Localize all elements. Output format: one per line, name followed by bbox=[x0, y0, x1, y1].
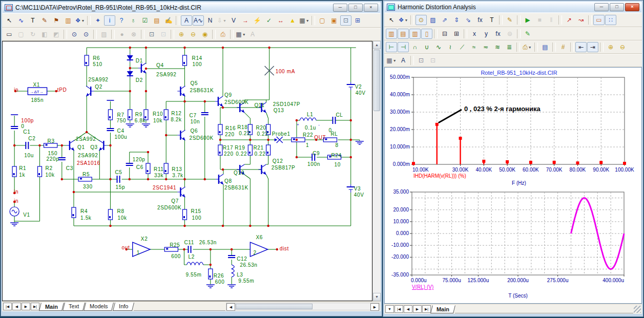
rotate-icon[interactable]: ↻ bbox=[27, 29, 38, 39]
tab-next-icon[interactable]: ▶ bbox=[413, 305, 422, 313]
shapes-icon[interactable]: ❖▼ bbox=[398, 15, 409, 25]
maximize-button[interactable]: □ bbox=[348, 4, 363, 12]
cursor-mode-icon[interactable]: ↗ bbox=[564, 15, 575, 25]
show-conditions-icon[interactable]: ✓ bbox=[263, 15, 275, 26]
cursor-left-icon[interactable]: ⇤ bbox=[575, 42, 587, 52]
schematic-vertical-scrollbar[interactable]: ▲ ▼ bbox=[372, 41, 381, 301]
select-mode-icon[interactable]: ↖ bbox=[4, 15, 15, 26]
x-range-icon[interactable]: x bbox=[469, 29, 480, 39]
show-node-numbers-icon[interactable]: N bbox=[204, 15, 216, 26]
graphics-mode-icon[interactable]: ✎ bbox=[39, 15, 50, 26]
inflection-icon[interactable]: ≈ bbox=[468, 42, 480, 52]
show-sub-icon[interactable]: ⇩▼ bbox=[216, 15, 227, 26]
cursor-right-icon[interactable]: ⇥ bbox=[587, 42, 598, 52]
font-icon[interactable]: A bbox=[247, 29, 258, 39]
zoom-out-icon[interactable]: ⊖ bbox=[617, 42, 628, 52]
plot-stripes-icon[interactable]: ▥ bbox=[386, 29, 397, 39]
clipboard-icon[interactable]: ⎙▼ bbox=[522, 42, 533, 52]
stop-icon[interactable]: ■ bbox=[534, 15, 545, 25]
replace-icon[interactable]: ▨ bbox=[98, 29, 110, 39]
search-icon[interactable]: ⊜ bbox=[504, 29, 515, 39]
show-attribute-text-icon[interactable]: A bbox=[181, 15, 192, 26]
tab-prev-icon[interactable]: ◀ bbox=[12, 303, 21, 310]
run-icon[interactable]: ▶ bbox=[522, 15, 533, 25]
undo-icon[interactable]: ● bbox=[116, 29, 128, 39]
sheet-tab-text[interactable]: Text bbox=[63, 303, 85, 311]
flag-mode-icon[interactable]: ⚑ bbox=[51, 15, 62, 26]
properties-icon[interactable]: ⊞ bbox=[352, 15, 363, 26]
slope-icon[interactable]: ⟋ bbox=[456, 42, 468, 52]
shape-icon[interactable]: ▢ bbox=[15, 29, 27, 39]
zoom-in-icon[interactable]: ⊕ bbox=[176, 29, 187, 39]
browse-icon[interactable]: ♁ bbox=[128, 15, 139, 26]
cursor-branch-icon[interactable]: ↝ bbox=[575, 15, 587, 25]
scroll-left-icon[interactable]: ◀ bbox=[226, 303, 235, 311]
block-select-icon[interactable]: ⊡ bbox=[340, 15, 351, 26]
info-mode-icon[interactable]: i bbox=[104, 15, 115, 26]
to-front-icon[interactable]: ⊡ bbox=[416, 55, 427, 66]
vertical-scroll-thumb[interactable] bbox=[373, 50, 380, 111]
zoom-out-icon[interactable]: ⊖ bbox=[188, 29, 199, 39]
check-icon[interactable]: ☑ bbox=[139, 15, 151, 26]
zoom-100-icon[interactable]: ◉ bbox=[199, 29, 211, 39]
flip-v-icon[interactable]: ◩ bbox=[51, 29, 62, 39]
maximize-button[interactable]: □ bbox=[610, 3, 624, 11]
to-back-icon[interactable]: ⊡ bbox=[158, 29, 169, 39]
zoom-in-icon[interactable]: ⊕ bbox=[605, 42, 616, 52]
properties-icon[interactable]: ✎ bbox=[504, 15, 515, 25]
formula-icon[interactable]: fx bbox=[474, 15, 486, 25]
resize-grip[interactable] bbox=[634, 306, 641, 313]
new-sheet-icon[interactable]: ▢ bbox=[317, 15, 328, 26]
attribute-icon[interactable]: ✦ bbox=[92, 15, 103, 26]
scroll-right-icon[interactable]: ▶ bbox=[370, 303, 379, 311]
data-points-icon[interactable]: ∷ bbox=[605, 15, 616, 25]
cursor-prev-icon[interactable]: ⊣ bbox=[398, 42, 409, 52]
sheet-info-icon[interactable]: ▣ bbox=[328, 15, 340, 26]
bus-icon[interactable]: ▥ bbox=[63, 15, 74, 26]
cursor-next-icon[interactable]: ⊢ bbox=[386, 42, 397, 52]
select-area-icon[interactable]: ▭ bbox=[4, 29, 15, 39]
schematic-canvas[interactable]: inX1tPD185nR65102SA992Q2D1D2Q42SA992R141… bbox=[2, 41, 372, 301]
warning-icon[interactable]: ▲ bbox=[287, 15, 298, 26]
sheet-tab-main[interactable]: Main bbox=[430, 305, 455, 313]
region-icon[interactable]: ▤ bbox=[151, 15, 162, 26]
select-region-icon[interactable]: ▭ bbox=[593, 15, 605, 25]
zoom-window-icon[interactable]: ⊙ bbox=[416, 15, 427, 25]
harmonic-distortion-chart[interactable]: Rotel_RB-951_10kHz-dist.CIR50.000m40.000… bbox=[386, 69, 638, 187]
minimize-button[interactable]: ─ bbox=[594, 3, 609, 11]
find-icon[interactable]: ⊙ bbox=[69, 29, 80, 39]
page-icon[interactable]: ⎙ bbox=[217, 29, 228, 39]
schematic-drawing[interactable]: inX1tPD185nR65102SA992Q2D1D2Q42SA992R141… bbox=[3, 41, 372, 301]
tab-last-icon[interactable]: ▶| bbox=[422, 305, 431, 313]
tab-list-dropdown[interactable]: ▼ bbox=[385, 305, 394, 313]
tag-vertical-icon[interactable]: ⇕ bbox=[451, 15, 462, 25]
text-icon[interactable]: T bbox=[486, 15, 497, 25]
scroll-up-icon[interactable]: ▲ bbox=[373, 41, 381, 49]
tab-prev-icon[interactable]: ◀ bbox=[404, 305, 412, 313]
sheet-tab-info[interactable]: Info bbox=[113, 303, 134, 311]
plot-cols-icon[interactable]: ▥ bbox=[409, 29, 421, 39]
valley-icon[interactable]: ∪ bbox=[421, 42, 432, 52]
low-icon[interactable]: ≀ bbox=[445, 42, 456, 52]
sheet-tab-main[interactable]: Main bbox=[39, 303, 64, 311]
plot-single-icon[interactable]: ▯ bbox=[421, 29, 432, 39]
wire-mode-icon[interactable]: ∿ bbox=[15, 15, 27, 26]
show-node-voltages-icon[interactable]: V bbox=[228, 15, 239, 26]
horizontal-axis-icon[interactable]: ⊟ bbox=[439, 29, 450, 39]
color-grid-icon[interactable]: ▦▼ bbox=[235, 29, 246, 39]
schematic-titlebar[interactable]: C:\MC11\DATA\Petrov\Rotel_RB-951\Rotel_R… bbox=[2, 2, 381, 13]
to-front-icon[interactable]: ⊡ bbox=[146, 29, 157, 39]
to-back-icon[interactable]: ⊡ bbox=[427, 55, 439, 66]
select-cursor-icon[interactable]: ↖ bbox=[386, 15, 397, 25]
sheet-tab-models[interactable]: Models bbox=[84, 303, 114, 311]
edit-limits-icon[interactable]: ✎ bbox=[522, 29, 533, 39]
tab-last-icon[interactable]: ▶| bbox=[31, 303, 39, 310]
peak-icon[interactable]: ∩ bbox=[409, 42, 421, 52]
numeric-output-icon[interactable]: ▤ bbox=[539, 42, 551, 52]
global-min-icon[interactable]: ≂ bbox=[480, 42, 491, 52]
tab-next-icon[interactable]: ▶ bbox=[22, 303, 30, 310]
show-pins-icon[interactable]: ↔ bbox=[275, 15, 286, 26]
grid-axes-icon[interactable]: ⊞ bbox=[451, 29, 462, 39]
output-waveform-chart[interactable]: 35.00020.00010.0000.000-10.000-20.000-35… bbox=[386, 189, 638, 304]
state-variables-icon[interactable]: # bbox=[557, 42, 569, 52]
